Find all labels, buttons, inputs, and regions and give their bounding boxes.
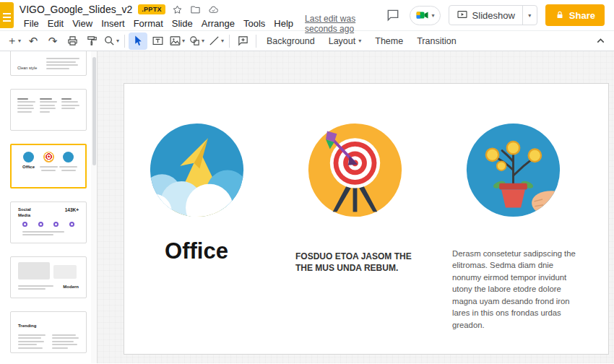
toolbar-divider <box>124 35 125 48</box>
thumb-icon-row <box>11 220 86 228</box>
menu-slide[interactable]: Slide <box>168 18 197 29</box>
slide-column-3: Derasm consetetur sadipscing the elitrom… <box>442 121 584 331</box>
chevron-down-icon: ▾ <box>432 12 435 19</box>
slide-thumbnail-4[interactable]: Social Media 143K+ <box>10 202 87 243</box>
slide-thumbnail-6[interactable]: Trending <box>10 311 87 353</box>
target-graphic[interactable] <box>306 121 404 219</box>
mini-money-tree-circle <box>63 152 74 162</box>
thumb-preview <box>11 90 86 121</box>
slide-column-1: Office <box>126 121 267 331</box>
thumb3-label: Office <box>22 165 35 170</box>
thumb-text-lines <box>46 56 79 72</box>
menu-edit[interactable]: Edit <box>43 18 68 29</box>
menu-file[interactable]: File <box>20 18 43 29</box>
thumb-text-lines <box>18 283 57 292</box>
money-tree-graphic[interactable] <box>464 121 562 219</box>
zoom-button[interactable]: ▾ <box>102 32 121 50</box>
slide-heading-text[interactable]: Office <box>126 238 267 264</box>
thumb-preview: Modern <box>11 282 86 293</box>
hide-menus-button[interactable] <box>591 32 610 50</box>
thumb1-label: Clean style <box>17 66 40 71</box>
menu-view[interactable]: View <box>68 18 97 29</box>
comment-history-icon[interactable] <box>384 6 402 24</box>
slide-column-2: FOSDUO ETOA JASOM THE THE MUS UNDA REBUM… <box>284 121 425 331</box>
filmstrip-scrollbar[interactable] <box>91 51 97 363</box>
thumb-text-lines <box>11 228 86 238</box>
thumb-preview: Trending <box>11 312 86 353</box>
chevron-up-icon <box>594 35 607 47</box>
toolbar-divider <box>256 35 256 48</box>
print-button[interactable] <box>63 32 82 50</box>
menu-bar: File Edit View Insert Format Slide Arran… <box>20 17 384 30</box>
background-button[interactable]: Background <box>260 32 321 50</box>
move-folder-icon[interactable] <box>189 4 202 16</box>
slide-thumbnail-1[interactable]: Clean style <box>10 51 87 76</box>
pptx-badge: .PPTX <box>138 4 165 14</box>
meet-icon <box>415 8 430 22</box>
document-title[interactable]: VIGO_Google_Slides_v2 <box>20 4 132 15</box>
text-box-button[interactable] <box>148 32 167 50</box>
cloud-status-icon[interactable] <box>207 4 220 16</box>
slide-thumbnail-3-selected[interactable]: Office <box>10 144 87 188</box>
transition-button[interactable]: Transition <box>410 32 462 50</box>
top-right-controls: ▾ Slideshow ▾ Share <box>384 0 614 30</box>
insert-line-button[interactable]: ▾ <box>207 32 225 50</box>
mini-target-circle <box>43 152 54 162</box>
new-slide-button[interactable]: ＋▾ <box>4 32 23 50</box>
thumb-preview: Clean style <box>11 51 86 75</box>
slide-thumbnail-2[interactable] <box>10 89 87 131</box>
slideshow-button[interactable]: Slideshow <box>449 6 522 25</box>
mini-paper-plane-circle <box>23 152 34 162</box>
lock-icon <box>555 10 565 20</box>
thumb-preview: Office <box>12 145 85 172</box>
insert-comment-button[interactable] <box>233 32 252 50</box>
thumb4-label: Social Media <box>18 207 40 218</box>
menu-format[interactable]: Format <box>129 18 168 29</box>
slideshow-dropdown[interactable]: ▾ <box>522 6 537 25</box>
slide-subheading-text[interactable]: FOSDUO ETOA JASOM THE THE MUS UNDA REBUM… <box>295 251 420 274</box>
thumb5-label: Modern <box>63 285 79 290</box>
slide-filmstrip: Clean style Office <box>0 51 98 363</box>
menu-help[interactable]: Help <box>269 18 298 29</box>
thumb6-label: Trending <box>18 324 36 328</box>
slide-canvas-area: Office <box>98 51 614 363</box>
thumb-preview: Social Media 143K+ <box>11 202 86 220</box>
slideshow-button-group: Slideshow ▾ <box>449 5 537 25</box>
title-area: VIGO_Google_Slides_v2 .PPTX File Edit Vi… <box>20 0 384 30</box>
share-button[interactable]: Share <box>545 4 605 26</box>
insert-image-button[interactable]: ▾ <box>168 32 186 50</box>
slides-logo[interactable] <box>0 2 14 28</box>
toolbar: ＋▾ ↶ ↷ ▾ ▾ ▾ ▾ Background Layout▾ Theme … <box>0 30 614 51</box>
thumb-text-lines <box>18 332 79 350</box>
paint-format-button[interactable] <box>82 32 101 50</box>
slide-paragraph-text[interactable]: Derasm consetetur sadipscing the elitrom… <box>452 248 582 331</box>
slide-canvas[interactable]: Office <box>124 83 609 355</box>
slide-thumbnail-5[interactable]: Modern <box>10 256 87 298</box>
redo-button[interactable]: ↷ <box>43 32 62 50</box>
layout-button[interactable]: Layout▾ <box>322 32 368 50</box>
paper-plane-graphic[interactable] <box>148 121 246 219</box>
toolbar-divider <box>229 35 230 48</box>
star-icon[interactable] <box>171 4 183 16</box>
top-bar: VIGO_Google_Slides_v2 .PPTX File Edit Vi… <box>0 0 614 30</box>
menu-arrange[interactable]: Arrange <box>197 18 239 29</box>
select-tool-button[interactable] <box>129 32 147 50</box>
thumb4-stat: 143K+ <box>65 207 79 212</box>
menu-insert[interactable]: Insert <box>97 18 129 29</box>
undo-button[interactable]: ↶ <box>24 32 43 50</box>
theme-button[interactable]: Theme <box>368 32 410 50</box>
presentation-play-icon <box>457 9 468 21</box>
insert-shape-button[interactable]: ▾ <box>187 32 206 50</box>
workspace: Clean style Office <box>0 51 614 363</box>
thumb-image-placeholders <box>11 257 86 282</box>
meet-button[interactable]: ▾ <box>410 6 441 25</box>
cursor-icon <box>132 35 144 47</box>
menu-tools[interactable]: Tools <box>239 18 269 29</box>
last-edit-link[interactable]: Last edit was seconds ago <box>305 14 384 34</box>
